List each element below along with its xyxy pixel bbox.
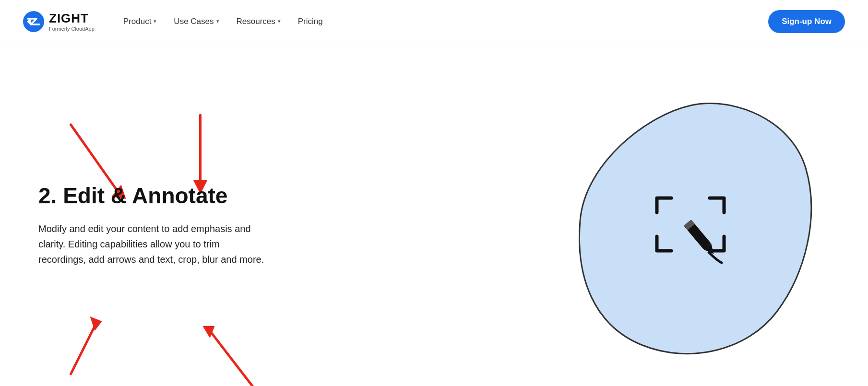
left-section: 2. Edit & Annotate Modify and edit your … [38, 155, 551, 296]
nav-usecases-chevron: ▾ [216, 18, 219, 24]
signup-button[interactable]: Sign-up Now [768, 10, 845, 33]
nav-usecases-label: Use Cases [174, 17, 214, 26]
nav-resources-label: Resources [237, 17, 275, 26]
nav-product-label: Product [123, 17, 152, 26]
zight-logo-icon [23, 11, 44, 32]
nav-product-chevron: ▾ [154, 18, 156, 24]
pencil-screen-icon [638, 172, 743, 277]
nav-usecases[interactable]: Use Cases ▾ [174, 17, 219, 26]
blob-container [566, 91, 815, 360]
nav-product[interactable]: Product ▾ [123, 17, 157, 26]
section-title: Edit & Annotate [63, 183, 227, 208]
right-illustration [551, 62, 830, 386]
section-heading: 2. Edit & Annotate [38, 184, 551, 208]
logo-text: ZIGHT Formerly CloudApp [49, 11, 95, 32]
svg-line-6 [71, 321, 97, 374]
nav-pricing-label: Pricing [298, 17, 323, 26]
logo-name: ZIGHT [49, 11, 95, 26]
nav-pricing[interactable]: Pricing [298, 17, 323, 26]
nav-resources[interactable]: Resources ▾ [237, 17, 281, 26]
nav-links: Product ▾ Use Cases ▾ Resources ▾ Pricin… [123, 17, 768, 26]
nav-resources-chevron: ▾ [278, 18, 281, 24]
svg-marker-9 [202, 326, 214, 338]
logo[interactable]: ZIGHT Formerly CloudApp [23, 11, 95, 32]
arrow-bottom-left [71, 316, 102, 374]
arrow-bottom-center [202, 326, 258, 386]
svg-line-8 [210, 331, 258, 386]
navbar: ZIGHT Formerly CloudApp Product ▾ Use Ca… [0, 0, 868, 43]
section-number: 2. [38, 183, 63, 208]
edit-annotate-icon [638, 172, 743, 279]
section-body: Modify and edit your content to add emph… [38, 221, 269, 267]
main-content: 2. Edit & Annotate Modify and edit your … [0, 43, 868, 386]
logo-subtitle: Formerly CloudApp [49, 26, 95, 32]
svg-marker-7 [90, 316, 102, 331]
